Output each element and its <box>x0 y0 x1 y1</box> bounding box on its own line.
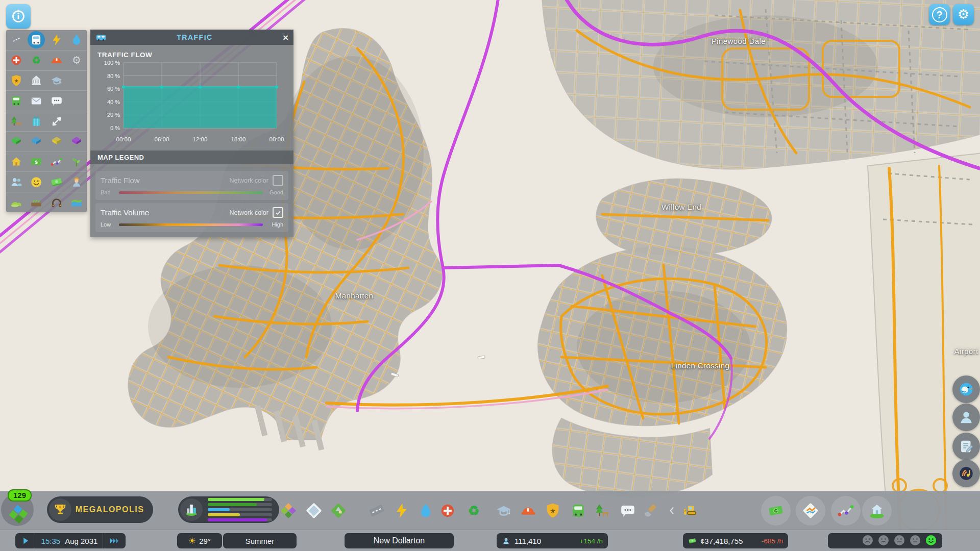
citizen-portraits-button[interactable] <box>952 404 980 431</box>
infoview-garbage-button[interactable]: ♻ <box>27 51 47 70</box>
education-tool-button[interactable] <box>493 499 515 522</box>
infoview-water-button[interactable] <box>67 30 87 50</box>
terraforming-tool-button[interactable] <box>641 499 663 522</box>
healthcare-tool-button[interactable] <box>436 499 459 522</box>
city-progress-pill[interactable] <box>178 496 279 523</box>
population-display[interactable]: 111,410 +154 /h <box>497 533 608 548</box>
parks-tool-button[interactable] <box>591 499 614 522</box>
roads-icon <box>10 33 23 46</box>
infoview-greenery-button[interactable] <box>67 152 87 172</box>
statistics-icon <box>50 155 63 168</box>
infoview-parks-button[interactable] <box>6 111 27 131</box>
gear-icon: ⚙ <box>958 7 969 22</box>
status-bar: 15:35 Aug 2031 ☀ 29° Summer New Dollarto… <box>0 530 980 551</box>
traffic-car-icon <box>95 32 107 43</box>
infoview-zone-industrial-button[interactable] <box>46 132 67 152</box>
infoview-electricity-button[interactable] <box>46 30 67 50</box>
help-button[interactable]: ? <box>929 4 950 25</box>
infoview-education-button[interactable] <box>46 71 67 91</box>
infoview-tourism-button[interactable] <box>27 111 47 131</box>
infoview-zone-office-button[interactable] <box>67 132 87 152</box>
water-icon <box>70 33 83 46</box>
fire-rescue-tool-button[interactable] <box>517 499 540 522</box>
outside-connections-icon <box>50 115 63 128</box>
infoview-communications-button[interactable] <box>46 91 67 111</box>
infoview-economy-map-button[interactable]: $ <box>27 152 47 172</box>
infoview-zone-commercial-button[interactable] <box>27 132 47 152</box>
infoview-roads-button[interactable] <box>6 30 27 50</box>
infoview-healthcare-button[interactable] <box>6 51 27 70</box>
fire-rescue-icon <box>50 54 63 67</box>
water-tool-button[interactable] <box>414 499 437 522</box>
map-overlays-icon <box>801 502 820 520</box>
electricity-icon <box>393 502 410 519</box>
landscaping-tool-button[interactable] <box>327 499 350 522</box>
noise-pollution-icon <box>50 196 63 209</box>
network-color-checkbox[interactable] <box>273 207 283 218</box>
infoview-ground-pollution-button[interactable] <box>27 192 47 212</box>
population-value: 111,410 <box>514 537 541 545</box>
infoview-maintenance-button[interactable]: ⚙ <box>67 51 87 70</box>
game-date: Aug 2031 <box>65 537 97 545</box>
panel-title: TRAFFIC <box>107 33 283 41</box>
infoview-terrain-hill-button[interactable] <box>6 192 27 212</box>
infoview-administration-button[interactable] <box>27 71 47 91</box>
infoview-wealth-button[interactable] <box>46 172 67 192</box>
electricity-icon <box>50 33 63 46</box>
transportation-tool-button[interactable] <box>567 499 590 522</box>
milestone-level-widget[interactable]: 129 <box>1 493 34 526</box>
play-button[interactable] <box>15 533 36 548</box>
administration-icon <box>30 74 43 87</box>
svg-text:20 %: 20 % <box>107 112 120 118</box>
zoning-tool-button[interactable] <box>277 499 300 522</box>
landscaping-icon <box>330 502 347 519</box>
radio-button[interactable] <box>952 460 980 487</box>
journal-button[interactable] <box>952 433 980 460</box>
police-tool-button[interactable]: ★ <box>542 499 564 522</box>
infoview-workplaces-button[interactable] <box>67 172 87 192</box>
fire-rescue-icon <box>520 502 537 519</box>
chirper-button[interactable] <box>952 375 980 403</box>
infoview-traffic-button[interactable] <box>27 30 47 50</box>
districts-icon <box>305 502 323 519</box>
play-icon <box>21 536 30 545</box>
close-icon[interactable]: × <box>283 33 288 42</box>
progression-button[interactable] <box>862 496 892 525</box>
infoview-noise-pollution-button[interactable] <box>46 192 67 212</box>
communications-tool-button[interactable] <box>617 499 639 522</box>
chirper-icon <box>958 381 975 398</box>
economy-button[interactable]: ¢ <box>761 496 791 525</box>
infoview-population-button[interactable] <box>6 172 27 192</box>
svg-text:★: ★ <box>14 78 18 84</box>
infoview-land-value-button[interactable] <box>6 152 27 172</box>
infoview-happiness-button[interactable] <box>27 172 47 192</box>
garbage-tool-button[interactable]: ♻ <box>462 499 485 522</box>
infoview-water-pollution-button[interactable] <box>67 192 87 212</box>
infoview-statistics-button[interactable] <box>46 152 67 172</box>
infoview-fire-rescue-button[interactable] <box>46 51 67 70</box>
infoview-transportation-button[interactable] <box>6 91 27 111</box>
economy-map-icon: $ <box>30 155 43 168</box>
milestone-pill[interactable]: MEGALOPOLIS <box>47 496 153 523</box>
infoviews-button[interactable] <box>6 4 31 29</box>
statistics-button[interactable] <box>831 496 861 525</box>
infoview-outside-connections-button[interactable] <box>46 111 67 131</box>
money-display[interactable]: ¢37,418,755 -685 /h <box>683 533 788 548</box>
citizen-happiness-display[interactable] <box>828 533 942 548</box>
infoview-row <box>6 91 87 111</box>
infoview-mail-button[interactable] <box>27 91 47 111</box>
settings-button[interactable]: ⚙ <box>953 4 974 25</box>
electricity-tool-button[interactable] <box>390 499 413 522</box>
network-color-checkbox[interactable] <box>273 175 283 186</box>
infoview-zone-residential-button[interactable] <box>6 132 27 152</box>
roads-tool-button[interactable] <box>365 499 388 522</box>
time-controls: 15:35 Aug 2031 <box>15 533 126 548</box>
infoview-police-button[interactable]: ★ <box>6 71 27 91</box>
zone-office-icon <box>70 135 83 148</box>
districts-tool-button[interactable] <box>303 499 325 522</box>
tool-group-collapse-button[interactable] <box>661 499 683 522</box>
map-overlays-button[interactable] <box>796 496 825 525</box>
svg-text:12:00: 12:00 <box>193 136 208 142</box>
fast-forward-button[interactable] <box>103 533 126 548</box>
svg-text:06:00: 06:00 <box>155 136 169 142</box>
